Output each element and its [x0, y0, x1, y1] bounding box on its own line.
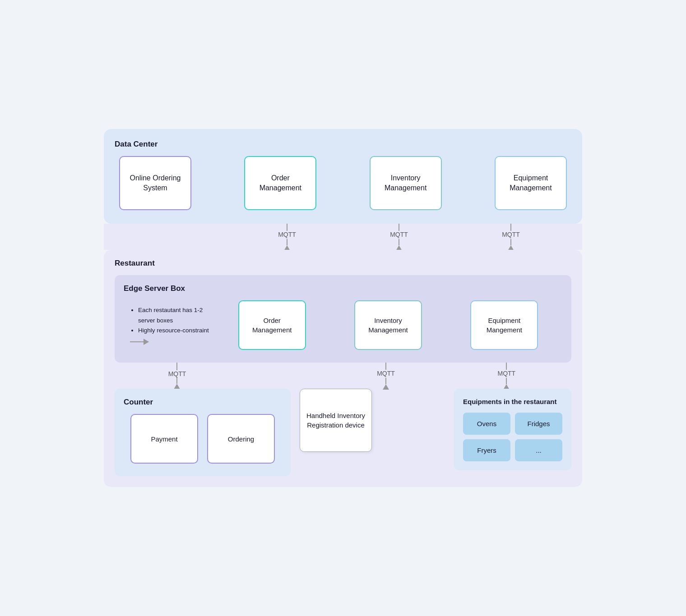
restaurant-section: Restaurant Edge Server Box Each restauta…	[104, 250, 582, 487]
mqtt-row-edge-bottom: MQTT MQTT MQTT	[115, 363, 571, 389]
mqtt-order-slot: MQTT	[168, 362, 186, 389]
counter-label: Counter	[124, 398, 282, 407]
edge-server-label: Edge Server Box	[124, 284, 562, 293]
mqtt-line-bottom	[287, 239, 287, 245]
h-arrowhead	[144, 339, 149, 345]
diagram-wrapper: Data Center Online Ordering System Order…	[95, 120, 591, 496]
equipment-grid: Ovens Fridges Fryers ...	[463, 413, 562, 461]
mqtt-equipment-dc-edge: MQTT	[475, 223, 547, 251]
mqtt-line-top	[399, 223, 399, 231]
line-bottom	[506, 378, 507, 384]
edge-server-section: Edge Server Box Each restautant has 1-2 …	[115, 275, 571, 363]
mqtt-inv-edge-bottom: MQTT	[350, 362, 422, 390]
mqtt-order-edge-bottom-col: MQTT	[144, 362, 338, 389]
handheld-col: Handheld Inventory Registration device	[300, 389, 372, 452]
edge-boxes-right: Order Management Inventory Management Eq…	[218, 300, 558, 350]
mqtt-eq-edge-bottom: MQTT	[470, 362, 542, 390]
edge-boxes-row: Each restautant has 1-2 server boxes Hig…	[124, 300, 562, 350]
dc-boxes-row: Online Ordering System Order Management …	[115, 156, 571, 210]
bullet-1: Each restautant has 1-2 server boxes	[138, 305, 218, 326]
restaurant-label: Restaurant	[115, 259, 571, 268]
mqtt-label-order: MQTT	[278, 231, 296, 238]
ordering-box: Ordering	[207, 414, 275, 464]
line-bottom	[385, 378, 386, 384]
mqtt-label-eq: MQTT	[502, 231, 520, 238]
mqtt-label-inv-b: MQTT	[377, 370, 395, 377]
eq-ovens: Ovens	[463, 413, 510, 435]
mqtt-line-bottom	[399, 239, 399, 245]
edge-left-info: Each restautant has 1-2 server boxes Hig…	[128, 305, 218, 345]
equipment-mgmt-dc-box: Equipment Management	[495, 156, 567, 210]
line-top	[176, 362, 177, 370]
data-center-label: Data Center	[115, 140, 571, 149]
counter-section: Counter Payment Ordering	[115, 389, 291, 476]
inventory-mgmt-edge-box: Inventory Management	[354, 300, 422, 350]
bottom-section: Counter Payment Ordering Handheld Invent…	[115, 389, 571, 476]
equipment-mgmt-edge-box: Equipment Mangement	[470, 300, 538, 350]
mqtt-line-top	[510, 223, 511, 231]
data-center-section: Data Center Online Ordering System Order…	[104, 129, 582, 224]
full-layout: Data Center Online Ordering System Order…	[104, 129, 582, 487]
equipments-section: Equipments in the restaurant Ovens Fridg…	[454, 389, 571, 470]
mqtt-label-eq-b: MQTT	[497, 370, 515, 377]
horiz-arrow-to-order	[130, 339, 218, 345]
equipments-label: Equipments in the restaurant	[463, 398, 562, 405]
handheld-box: Handheld Inventory Registration device	[300, 389, 372, 452]
mqtt-inventory-dc-edge: MQTT	[363, 223, 435, 251]
inventory-mgmt-dc-box: Inventory Management	[370, 156, 442, 210]
line-top	[385, 362, 386, 370]
eq-fridges: Fridges	[515, 413, 562, 435]
eq-more: ...	[515, 439, 562, 461]
line-top	[506, 362, 507, 370]
mqtt-label-inv: MQTT	[390, 231, 408, 238]
arrowhead	[383, 384, 389, 390]
order-mgmt-edge-box: Order Management	[238, 300, 306, 350]
eq-fryers: Fryers	[463, 439, 510, 461]
mqtt-line-bottom	[510, 239, 511, 245]
mqtt-row-dc-edge: MQTT MQTT MQTT	[104, 224, 582, 250]
line-bottom	[176, 377, 177, 384]
counter-boxes: Payment Ordering	[124, 414, 282, 464]
order-mgmt-dc-box: Order Management	[244, 156, 316, 210]
mqtt-order-dc-edge: MQTT	[251, 223, 323, 251]
online-ordering-box: Online Ordering System	[119, 156, 191, 210]
mqtt-line-top	[287, 223, 287, 231]
mqtt-label-order-bottom: MQTT	[168, 370, 186, 377]
h-line	[130, 341, 144, 342]
bullet-2: Highly resource-constraint	[138, 326, 218, 336]
payment-box: Payment	[130, 414, 198, 464]
